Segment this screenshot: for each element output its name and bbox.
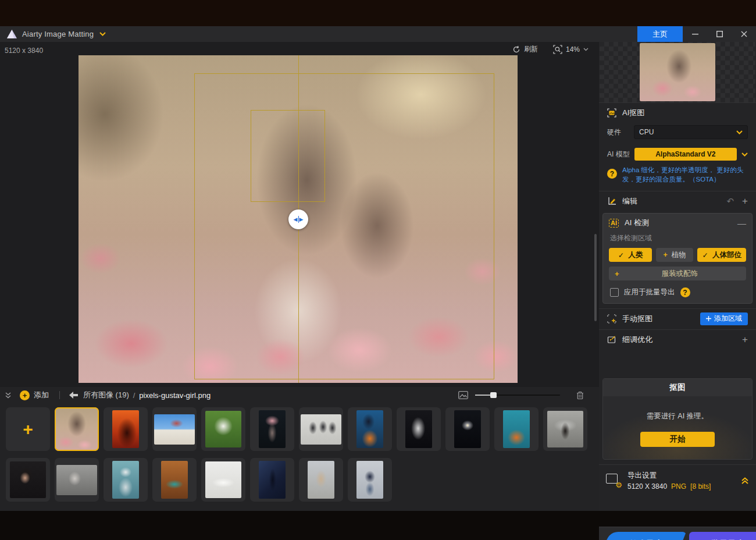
canvas-scrollbar[interactable] — [594, 234, 597, 321]
section-edit: 编辑 ↶ + — [599, 191, 756, 211]
thumb-blue-hair-woman[interactable] — [494, 407, 539, 451]
thumbnail-image — [259, 410, 286, 448]
maximize-button[interactable] — [707, 26, 732, 42]
thumb-smiling-woman[interactable] — [6, 458, 50, 502]
start-button[interactable]: 开始 — [640, 432, 715, 447]
screenshot-root: Aiarty Image Matting 主页 5120 x 3840 — [0, 0, 756, 540]
model-help-icon[interactable]: ? — [607, 169, 617, 179]
export-resolution: 5120 X 3840 — [627, 482, 667, 491]
check-icon: ✓ — [618, 251, 624, 260]
add-image-icon[interactable]: + — [20, 390, 30, 400]
export-collapse-icon[interactable] — [741, 476, 749, 485]
ai-detection-title: AI 检测 — [625, 218, 649, 228]
ai-detection-header: AI AI 检测 — — [603, 214, 752, 232]
app-menu-chevron-icon[interactable] — [99, 32, 106, 36]
thumbnail-image — [301, 414, 341, 445]
collapse-panel-icon[interactable]: — — [737, 218, 746, 228]
face-detection-box[interactable] — [251, 110, 325, 202]
apply-batch-help-icon[interactable]: ? — [680, 287, 690, 297]
export-settings-row[interactable]: ⚙ 导出设置 5120 X 3840 PNG [8 bits] — [599, 464, 756, 495]
thumbnail-image — [259, 461, 286, 499]
add-image-tile[interactable]: + — [6, 407, 50, 451]
export-format: PNG — [671, 482, 686, 491]
option-body-parts-label: 人体部位 — [712, 250, 741, 260]
preview-thumbnail — [640, 43, 715, 101]
photo-canvas[interactable]: ◀ ▶ — [79, 55, 518, 383]
section-refine: 细调优化 + — [599, 329, 756, 349]
hardware-chevron-icon — [736, 130, 743, 134]
edit-add-icon[interactable]: + — [742, 196, 748, 207]
thumb-dandelion[interactable] — [201, 407, 245, 451]
check-icon: ✓ — [702, 251, 708, 260]
model-select[interactable]: AlphaStandard V2 — [634, 148, 737, 161]
option-human[interactable]: ✓ 人类 — [609, 248, 652, 262]
slider-thumb[interactable] — [490, 392, 497, 398]
thumbnail-image — [161, 461, 188, 499]
batch-export-button[interactable]: 批量导出 — [689, 532, 756, 540]
matting-panel-body: 需要进行 AI 推理。 开始 — [603, 396, 752, 459]
thumbnail-size-slider[interactable] — [475, 392, 560, 398]
thumb-white-sofa[interactable] — [201, 458, 245, 502]
thumb-headdress-woman[interactable] — [104, 458, 148, 502]
thumbnail-image — [205, 461, 241, 498]
image-dimensions-label: 5120 x 3840 — [5, 47, 43, 55]
manual-matting-title: 手动抠图 — [622, 314, 652, 324]
thumb-beige-sweater-model[interactable] — [299, 458, 343, 502]
thumb-jumping-people[interactable] — [299, 407, 343, 451]
window-controls: 主页 — [637, 26, 756, 42]
sidebar: AI抠图 硬件 CPU AI 模型 AlphaStandard V2 — [599, 42, 756, 511]
thumbnail-image — [112, 461, 139, 499]
export-settings-icon: ⚙ — [606, 474, 621, 488]
close-button[interactable] — [732, 26, 756, 42]
thumb-flower-sketch[interactable] — [445, 407, 490, 451]
option-plant[interactable]: + 植物 — [656, 248, 693, 262]
thumb-teal-car[interactable] — [152, 458, 197, 502]
back-arrow-icon[interactable] — [69, 392, 78, 399]
thumb-jellyfish[interactable] — [250, 407, 294, 451]
option-clothing[interactable]: + 服装或配饰 — [609, 267, 746, 280]
single-export-button[interactable]: 单张导出 — [606, 532, 686, 540]
thumb-angel-figure[interactable] — [397, 407, 441, 451]
thumb-neon-woman[interactable] — [348, 407, 392, 451]
edit-title: 编辑 — [622, 196, 637, 207]
thumbnail-image — [308, 461, 334, 499]
hardware-select[interactable]: CPU — [634, 125, 748, 139]
model-chevron-icon[interactable] — [741, 152, 748, 157]
ai-matting-title: AI抠图 — [622, 108, 644, 118]
option-plant-label: 植物 — [672, 250, 686, 260]
add-image-label[interactable]: 添加 — [34, 390, 49, 400]
thumb-veiled-woman[interactable] — [55, 458, 99, 502]
home-button[interactable]: 主页 — [637, 26, 683, 42]
zoom-control[interactable]: 14% — [553, 45, 589, 54]
person-detection-box[interactable] — [194, 73, 494, 379]
collapse-filmstrip-icon[interactable] — [5, 392, 12, 399]
refine-add-icon[interactable]: + — [742, 334, 748, 346]
thumbnail-image — [503, 410, 530, 448]
thumbnail-image — [454, 410, 481, 448]
filmstrip-right-controls — [458, 391, 584, 400]
export-settings-text: 导出设置 5120 X 3840 PNG [8 bits] — [627, 471, 734, 491]
matting-status-text: 需要进行 AI 推理。 — [647, 411, 708, 421]
thumbnail-image — [547, 411, 583, 447]
canvas-area: 5120 x 3840 刷新 14 — [0, 42, 599, 387]
thumb-girl-in-flowers[interactable] — [55, 407, 99, 451]
breadcrumb-all-images[interactable]: 所有图像 (19) — [83, 390, 129, 400]
thumb-orange-silhouette[interactable] — [104, 407, 148, 451]
refresh-button[interactable]: 刷新 — [512, 44, 538, 54]
thumb-skateboarder[interactable] — [152, 407, 197, 451]
thumb-dark-fashion-model[interactable] — [250, 458, 294, 502]
thumb-navy-top-model[interactable] — [348, 458, 392, 502]
apply-batch-checkbox[interactable] — [610, 288, 619, 297]
compare-right-arrow-icon: ▶ — [299, 217, 304, 222]
export-settings-title: 导出设置 — [627, 471, 734, 481]
option-body-parts[interactable]: ✓ 人体部位 — [697, 248, 746, 262]
minimize-button[interactable] — [683, 26, 707, 42]
thumb-winged-figure[interactable] — [543, 407, 587, 451]
thumbnail-size-icon — [458, 391, 468, 399]
detection-subtitle: 选择检测区域 — [603, 232, 752, 248]
delete-image-icon[interactable] — [576, 391, 584, 400]
compare-slider-handle[interactable]: ◀ ▶ — [288, 209, 308, 229]
app-window: Aiarty Image Matting 主页 5120 x 3840 — [0, 26, 756, 511]
add-region-button[interactable]: 添加区域 — [700, 312, 748, 325]
undo-icon[interactable]: ↶ — [726, 196, 734, 207]
